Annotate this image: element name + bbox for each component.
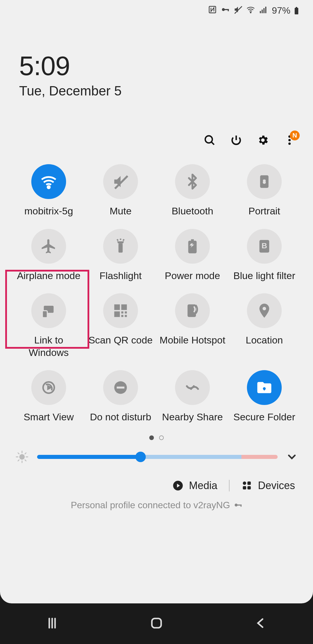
tile-label: Link to Windows [15, 334, 82, 359]
svg-rect-36 [125, 315, 127, 317]
play-circle-icon [172, 480, 184, 491]
tile-label: Do not disturb [90, 411, 151, 423]
page-indicator[interactable] [0, 435, 313, 440]
svg-point-16 [288, 142, 291, 145]
tile-mute[interactable]: Mute [85, 164, 156, 217]
nav-back[interactable] [254, 616, 268, 631]
more-button[interactable]: N [283, 133, 296, 147]
devices-button[interactable]: Devices [241, 480, 295, 492]
tile-power-mode[interactable]: Power mode [156, 229, 228, 282]
blue-light-icon: B [247, 229, 282, 264]
svg-rect-58 [248, 486, 251, 489]
airplane-icon [31, 229, 66, 264]
svg-point-17 [48, 186, 50, 188]
svg-line-51 [18, 460, 19, 461]
nav-home[interactable] [150, 616, 163, 631]
location-icon [247, 293, 282, 328]
tile-label: Blue light filter [233, 269, 295, 282]
tile-smart-view[interactable]: Smart View [13, 370, 85, 423]
tile-bluetooth[interactable]: Bluetooth [156, 164, 228, 217]
pager-dot-active [149, 435, 154, 440]
svg-rect-22 [119, 243, 123, 252]
svg-rect-29 [42, 311, 47, 318]
svg-rect-7 [262, 10, 263, 13]
tile-scan-qr[interactable]: Scan QR code [85, 293, 156, 359]
vpn-status: Personal profile connected to v2rayNG [0, 492, 313, 511]
svg-point-59 [235, 504, 238, 506]
media-button[interactable]: Media [172, 480, 217, 492]
settings-button[interactable] [256, 133, 270, 147]
svg-rect-35 [121, 315, 123, 317]
smart-view-icon [31, 370, 66, 405]
svg-point-12 [205, 136, 212, 143]
svg-line-49 [18, 453, 19, 454]
nav-recents[interactable] [45, 616, 59, 631]
tile-do-not-disturb[interactable]: Do not disturb [85, 370, 156, 423]
power-mode-icon [175, 229, 210, 264]
brightness-expand[interactable] [286, 451, 298, 463]
qr-icon [103, 293, 138, 328]
tile-secure-folder[interactable]: Secure Folder [228, 370, 300, 423]
tile-label: mobitrix-5g [24, 205, 73, 217]
more-badge: N [290, 131, 300, 140]
bluetooth-icon [175, 164, 210, 199]
battery-icon [292, 6, 301, 15]
dnd-icon [103, 370, 138, 405]
signal-icon [259, 5, 268, 16]
tile-portrait[interactable]: Portrait [228, 164, 300, 217]
svg-rect-57 [243, 486, 246, 489]
svg-marker-39 [48, 386, 51, 389]
panel-header: 5:09 Tue, December 5 [0, 16, 313, 99]
pager-dot [159, 435, 164, 440]
link-windows-icon [31, 293, 66, 328]
svg-point-44 [20, 455, 24, 459]
quick-settings-panel: 97% 5:09 Tue, December 5 N mobitrix-5g [0, 0, 313, 603]
vpn-key-icon [221, 5, 230, 16]
svg-rect-21 [263, 180, 266, 182]
svg-rect-31 [121, 304, 127, 310]
vpn-key-icon [234, 501, 242, 509]
status-bar: 97% [0, 0, 313, 16]
tile-label: Scan QR code [88, 334, 152, 346]
grid-icon [241, 480, 253, 491]
svg-rect-11 [296, 7, 297, 8]
portrait-lock-icon [247, 164, 282, 199]
search-button[interactable] [203, 133, 216, 147]
svg-rect-32 [114, 311, 120, 317]
battery-percent-text: 97% [272, 5, 290, 16]
svg-line-50 [25, 460, 26, 461]
power-button[interactable] [230, 133, 243, 147]
svg-line-25 [123, 239, 124, 240]
svg-rect-43 [264, 388, 265, 390]
tile-wifi[interactable]: mobitrix-5g [13, 164, 85, 217]
tile-link-windows[interactable]: Link to Windows [13, 293, 85, 359]
tile-label: Bluetooth [172, 205, 213, 217]
tile-airplane-mode[interactable]: Airplane mode [13, 229, 85, 282]
svg-point-5 [250, 12, 251, 13]
tile-location[interactable]: Location [228, 293, 300, 359]
wifi-toggle-icon [31, 164, 66, 199]
android-nav-bar [0, 603, 313, 644]
tile-mobile-hotspot[interactable]: Mobile Hotspot [156, 293, 228, 359]
svg-point-1 [222, 8, 225, 11]
svg-line-24 [117, 239, 118, 240]
brightness-thumb[interactable] [135, 452, 146, 462]
power-icon [230, 134, 242, 146]
svg-rect-34 [125, 311, 127, 313]
brightness-slider[interactable] [37, 455, 278, 459]
svg-rect-61 [241, 504, 242, 507]
tile-blue-light[interactable]: B Blue light filter [228, 229, 300, 282]
svg-rect-33 [121, 311, 123, 313]
tile-label: Mobile Hotspot [160, 334, 225, 346]
media-label: Media [189, 480, 217, 492]
tile-flashlight[interactable]: Flashlight [85, 229, 156, 282]
svg-rect-65 [152, 618, 161, 628]
tile-nearby-share[interactable]: Nearby Share [156, 370, 228, 423]
svg-text:B: B [261, 241, 267, 250]
quick-settings-grid: mobitrix-5g Mute Bluetooth Portrait Airp [0, 147, 313, 423]
svg-rect-3 [228, 9, 229, 11]
tile-label: Smart View [23, 411, 74, 423]
vpn-status-text: Personal profile connected to v2rayNG [71, 500, 230, 511]
mute-icon [234, 5, 242, 16]
flashlight-icon [103, 229, 138, 264]
